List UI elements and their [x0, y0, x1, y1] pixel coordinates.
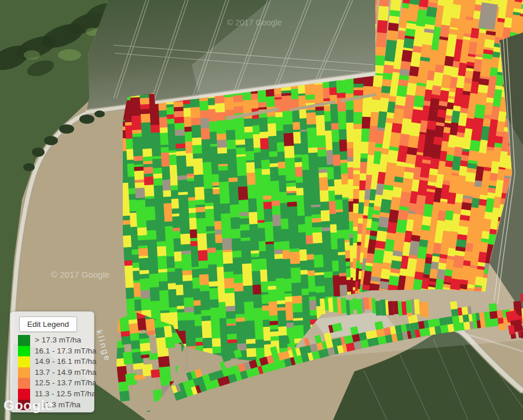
- copyright-watermark: © 2017 Google: [227, 18, 282, 27]
- legend-label: 13.7 - 14.9 mT/ha: [35, 367, 97, 378]
- legend-row: 16.1 - 17.3 mT/ha: [18, 346, 97, 357]
- legend-swatch: [18, 335, 30, 346]
- legend-row: 13.7 - 14.9 mT/ha: [18, 367, 97, 378]
- legend-label: 16.1 - 17.3 mT/ha: [35, 346, 97, 357]
- legend-row: 12.5 - 13.7 mT/ha: [18, 378, 97, 389]
- legend-label: 14.9 - 16.1 mT/ha: [35, 356, 97, 367]
- legend-row: > 17.3 mT/ha: [18, 335, 97, 346]
- legend-row: 14.9 - 16.1 mT/ha: [18, 356, 97, 367]
- map-application: © 2017 Google © 2017 Google klinge Edit …: [0, 0, 523, 420]
- legend-swatch: [18, 367, 30, 378]
- legend-swatch: [18, 356, 30, 367]
- legend-label: 12.5 - 13.7 mT/ha: [35, 378, 97, 389]
- edit-legend-button[interactable]: Edit Legend: [19, 316, 77, 332]
- legend-swatch: [18, 378, 30, 389]
- google-logo[interactable]: Google: [3, 397, 53, 414]
- legend-label: > 17.3 mT/ha: [35, 335, 81, 346]
- copyright-watermark: © 2017 Google: [51, 270, 109, 279]
- legend-swatch: [18, 346, 30, 357]
